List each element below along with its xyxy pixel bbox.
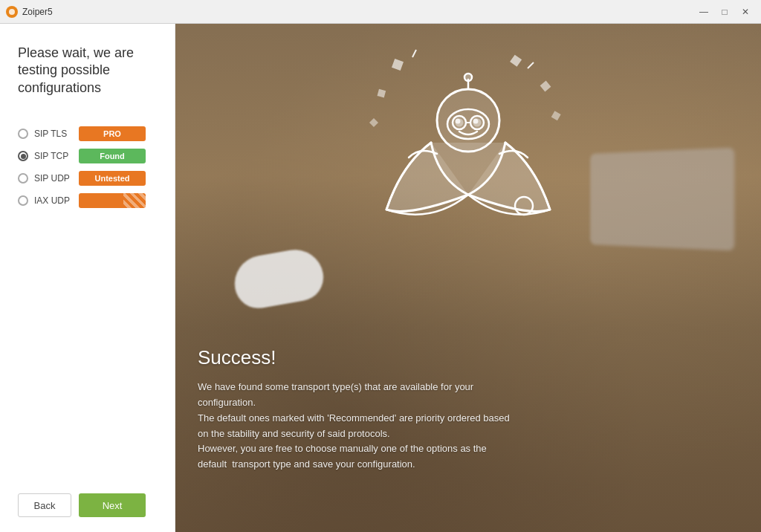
- radio-sip-udp[interactable]: [18, 173, 28, 184]
- radio-sip-tcp[interactable]: [18, 151, 28, 161]
- protocol-item-sip-tcp[interactable]: SIP TCP Found: [18, 149, 160, 163]
- status-badge-sip-tls: PRO: [79, 126, 146, 141]
- radio-iax-udp[interactable]: [18, 195, 28, 206]
- radio-sip-tls[interactable]: [18, 129, 28, 139]
- title-bar-left: Zoiper5: [6, 6, 53, 18]
- svg-point-15: [456, 120, 459, 123]
- panel-title: Please wait, we are testing possible con…: [18, 45, 160, 97]
- protocol-label-iax-udp: IAX UDP: [34, 195, 73, 206]
- svg-rect-2: [511, 56, 521, 65]
- close-button[interactable]: ✕: [736, 2, 755, 22]
- status-badge-iax-udp: [79, 193, 146, 208]
- app-icon: [6, 6, 18, 18]
- protocol-list: SIP TLS PRO SIP TCP Found SIP UDP Untest…: [18, 126, 160, 208]
- success-text: We have found some transport type(s) tha…: [198, 380, 510, 473]
- protocol-item-sip-tls[interactable]: SIP TLS PRO: [18, 126, 160, 141]
- character-illustration: [364, 46, 572, 284]
- main-content: Please wait, we are testing possible con…: [0, 24, 761, 532]
- svg-rect-4: [378, 90, 385, 97]
- success-title: Success!: [198, 346, 739, 369]
- svg-line-5: [412, 50, 416, 57]
- status-badge-sip-tcp: Found: [79, 149, 146, 163]
- title-bar: Zoiper5 — □ ✕: [0, 0, 761, 24]
- minimize-button[interactable]: —: [694, 2, 713, 22]
- app-title: Zoiper5: [22, 7, 53, 17]
- svg-point-19: [464, 74, 472, 81]
- svg-point-16: [474, 120, 477, 123]
- svg-line-6: [528, 62, 534, 68]
- status-badge-sip-udp: Untested: [79, 171, 146, 186]
- svg-point-0: [9, 9, 15, 15]
- maximize-button[interactable]: □: [715, 2, 734, 22]
- protocol-label-sip-tls: SIP TLS: [34, 129, 73, 139]
- back-button[interactable]: Back: [18, 493, 71, 517]
- mouse-decoration: [230, 245, 327, 312]
- svg-rect-8: [371, 120, 377, 126]
- success-area: Success! We have found some transport ty…: [198, 346, 739, 473]
- right-panel: Success! We have found some transport ty…: [175, 24, 761, 532]
- svg-rect-7: [552, 112, 560, 120]
- protocol-label-sip-udp: SIP UDP: [34, 173, 73, 184]
- protocol-label-sip-tcp: SIP TCP: [34, 151, 73, 161]
- next-button[interactable]: Next: [79, 493, 146, 517]
- protocol-item-sip-udp[interactable]: SIP UDP Untested: [18, 171, 160, 186]
- svg-rect-3: [541, 82, 549, 90]
- svg-rect-1: [393, 60, 403, 70]
- bottom-buttons: Back Next: [18, 493, 160, 517]
- left-panel: Please wait, we are testing possible con…: [0, 24, 175, 532]
- window-controls: — □ ✕: [694, 2, 755, 22]
- laptop-decoration: [590, 148, 734, 251]
- protocol-item-iax-udp[interactable]: IAX UDP: [18, 193, 160, 208]
